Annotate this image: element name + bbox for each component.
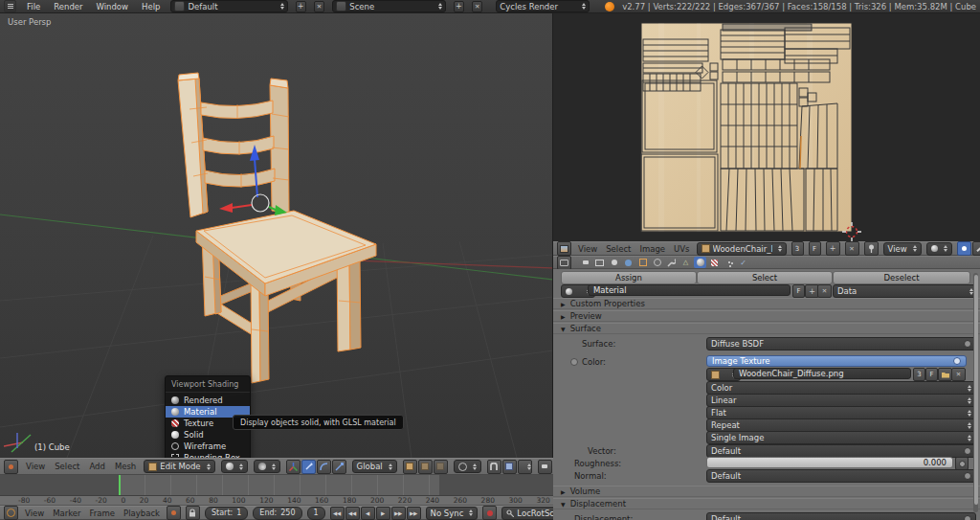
uv-image-editor[interactable] (553, 13, 980, 241)
fake-user-button[interactable]: F (809, 241, 821, 256)
image-users-button[interactable]: 3 (913, 368, 925, 381)
jump-prev-keyframe-button[interactable]: ◀◀ (345, 507, 360, 520)
occlude-geometry-icon[interactable] (418, 460, 433, 474)
backface-cull-icon[interactable] (434, 460, 448, 474)
render-engine-selector[interactable]: Cycles Render (496, 0, 590, 12)
panel-volume[interactable]: ▶ Volume (553, 486, 980, 497)
manipulator-rotate-button[interactable] (317, 460, 331, 474)
image-datablock-selector[interactable]: WoodenChair_Diffus... (697, 242, 787, 256)
roughness-slider[interactable]: 0.000 (706, 457, 953, 468)
fake-user-button[interactable]: F (792, 284, 805, 298)
image-name-field[interactable]: WoodenChair_Diffuse.png (733, 368, 911, 379)
tab-render-layers[interactable] (593, 257, 606, 268)
menu-playback[interactable]: Playback (122, 509, 162, 518)
pin-icon[interactable] (864, 241, 879, 256)
menu-view[interactable]: View (24, 462, 47, 471)
tab-material[interactable] (694, 257, 706, 268)
add-scene-button[interactable] (454, 1, 464, 12)
screen-layout-selector[interactable]: Default (170, 0, 287, 12)
lock-time-cursor-icon[interactable] (186, 506, 200, 520)
menu-add[interactable]: Add (87, 462, 106, 471)
deselect-button[interactable]: Deselect (833, 271, 970, 284)
auto-keyframe-record-button[interactable] (482, 506, 497, 520)
display-channels-selector[interactable]: View (883, 242, 922, 256)
unlink-image-button[interactable] (951, 368, 966, 381)
frame-start-field[interactable]: Start: 1 (205, 507, 248, 520)
jump-to-end-button[interactable]: ▶▶ (407, 507, 421, 520)
scene-selector[interactable]: Scene (332, 0, 445, 12)
menu-image[interactable]: Image (637, 244, 667, 254)
editor-type-selector[interactable] (4, 460, 18, 474)
transform-orientation-selector[interactable]: Global (352, 460, 397, 473)
new-image-button[interactable] (826, 241, 840, 256)
snap-element-selector[interactable] (502, 460, 517, 474)
select-button[interactable]: Select (697, 271, 833, 284)
use-preview-range-icon[interactable] (167, 506, 181, 520)
panel-displacement[interactable]: ▼ Displacement (553, 498, 980, 509)
extension-selector[interactable]: Repeat (706, 418, 976, 432)
menu-select[interactable]: Select (604, 244, 633, 254)
close-scene-button[interactable] (472, 1, 482, 12)
add-layout-button[interactable] (296, 1, 306, 12)
menu-view[interactable]: View (23, 509, 46, 518)
viewport-shading-selector[interactable] (221, 460, 248, 473)
menu-view[interactable]: View (576, 244, 599, 254)
unlink-material-button[interactable] (817, 284, 832, 298)
panel-preview[interactable]: ▶ Preview (553, 310, 980, 322)
frame-end-field[interactable]: End: 250 (253, 507, 301, 520)
projection-selector[interactable]: Flat (706, 406, 976, 419)
info-editor-icon[interactable] (4, 0, 16, 12)
proportional-edit-selector[interactable] (454, 460, 481, 473)
menu-select[interactable]: Select (53, 462, 81, 471)
jump-to-start-button[interactable]: ◀◀ (330, 507, 345, 520)
roughness-socket-button[interactable] (955, 457, 969, 470)
opengl-render-icon[interactable] (538, 460, 552, 474)
jump-next-keyframe-button[interactable]: ▶▶ (391, 507, 406, 520)
vector-input-selector[interactable]: Default (706, 444, 976, 458)
fake-user-button[interactable]: F (925, 368, 938, 381)
color-space-selector[interactable]: Color (706, 381, 976, 395)
tab-render[interactable] (579, 257, 591, 268)
menu-file[interactable]: File (24, 2, 43, 11)
play-reverse-button[interactable]: ◀ (361, 507, 375, 520)
menu-window[interactable]: Window (94, 2, 132, 11)
panel-custom-properties[interactable]: ▶ Custom Properties (553, 298, 980, 309)
editor-type-selector[interactable] (4, 506, 18, 520)
surface-shader-selector[interactable]: Diffuse BSDF (706, 337, 976, 350)
limit-selection-icon[interactable] (403, 460, 417, 474)
panel-surface[interactable]: ▼ Surface (553, 323, 980, 334)
uv-edge-select-button[interactable] (972, 241, 980, 256)
color-input-selector[interactable]: Image Texture (706, 355, 967, 367)
tab-world[interactable] (622, 257, 635, 268)
tab-object-data[interactable]: △ (679, 257, 692, 268)
displacement-input-selector[interactable]: Default (706, 512, 976, 520)
mode-selector[interactable]: Edit Mode (144, 460, 214, 473)
material-link-selector[interactable]: Data (833, 284, 978, 298)
pivot-point-selector[interactable] (254, 460, 280, 473)
shading-option-bounding-box[interactable]: Bounding Box (166, 452, 250, 458)
image-users-button[interactable]: 3 (791, 241, 804, 256)
normal-input-selector[interactable]: Default (706, 469, 976, 483)
shading-option-wireframe[interactable]: Wireframe (166, 441, 250, 452)
pivot-selector[interactable] (926, 242, 952, 256)
current-frame-field[interactable]: 1 (307, 507, 325, 520)
interpolation-selector[interactable]: Linear (706, 394, 976, 407)
tab-physics[interactable]: ✓ (737, 257, 749, 268)
play-button[interactable]: ▶ (376, 507, 390, 520)
shading-option-solid[interactable]: Solid (166, 429, 250, 441)
menu-help[interactable]: Help (139, 2, 163, 11)
shading-option-rendered[interactable]: Rendered (166, 395, 250, 406)
timeline-playhead[interactable] (119, 475, 121, 495)
unlink-image-button[interactable] (845, 241, 859, 256)
snap-magnet-icon[interactable] (487, 460, 501, 474)
menu-uvs[interactable]: UVs (672, 244, 691, 254)
material-name-field[interactable]: Material (588, 284, 791, 296)
timeline-band[interactable] (0, 475, 553, 496)
av-sync-selector[interactable]: No Sync (426, 507, 479, 520)
editor-type-selector[interactable] (557, 241, 571, 256)
snap-target-selector[interactable] (518, 460, 532, 474)
menu-render[interactable]: Render (51, 2, 85, 11)
tab-constraints[interactable] (651, 257, 663, 268)
manipulator-axis-button[interactable] (286, 460, 301, 474)
close-layout-button[interactable] (314, 1, 324, 12)
